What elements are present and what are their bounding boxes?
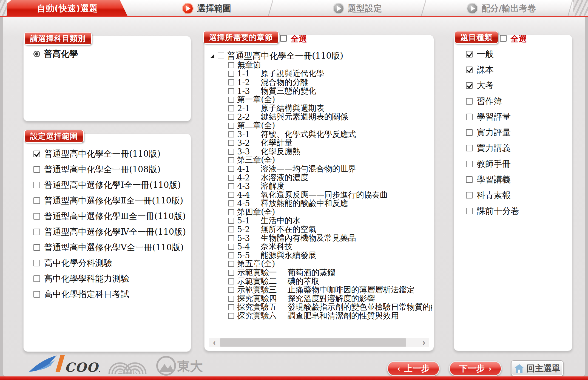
- scrollbar-thumb[interactable]: [220, 338, 406, 347]
- checkbox[interactable]: [228, 79, 234, 85]
- checkbox[interactable]: [33, 213, 40, 220]
- checkbox[interactable]: [33, 275, 40, 282]
- checkbox[interactable]: [228, 287, 234, 293]
- checkbox[interactable]: [33, 182, 40, 188]
- checkbox[interactable]: [466, 67, 473, 73]
- chapter-select-all-checkbox[interactable]: [280, 35, 287, 42]
- scope-item-row[interactable]: 普通型高中化學全一冊(108版): [24, 162, 191, 177]
- checkbox[interactable]: [466, 145, 473, 151]
- checkbox[interactable]: [228, 140, 234, 146]
- checkbox[interactable]: [228, 235, 234, 241]
- type-select-all-checkbox[interactable]: [500, 35, 507, 42]
- checkbox[interactable]: [228, 175, 234, 181]
- type-item-row[interactable]: 一般: [454, 46, 572, 62]
- checkbox[interactable]: [466, 98, 473, 105]
- chapter-item-row[interactable]: 無章節: [228, 61, 432, 70]
- scroll-left-icon[interactable]: [209, 338, 220, 347]
- checkbox[interactable]: [228, 226, 234, 232]
- type-item-row[interactable]: 教師手冊: [454, 156, 572, 172]
- scope-item-row[interactable]: 高中化學指定科目考試: [24, 286, 191, 302]
- checkbox[interactable]: [466, 51, 473, 57]
- chapter-item-row[interactable]: 1-1原子說與近代化學: [228, 70, 432, 78]
- chapter-item-row[interactable]: 4-2水溶液的濃度: [228, 173, 432, 182]
- checkbox[interactable]: [33, 166, 40, 173]
- scope-item-row[interactable]: 普通型高中選修化學Ⅱ全一冊(110版): [24, 193, 191, 208]
- chapter-item-row[interactable]: 5-1生活中的水: [228, 217, 432, 225]
- tab-select-range[interactable]: 選擇範圍: [162, 0, 252, 17]
- return-main-menu-button[interactable]: 回主選單: [511, 360, 564, 376]
- scope-item-row[interactable]: 普通型高中選修化學Ⅰ全一冊(110版): [24, 177, 191, 193]
- radio-icon[interactable]: [33, 51, 40, 57]
- chapter-tree-root[interactable]: 普通型高中化學全一冊(110版): [211, 51, 432, 61]
- checkbox[interactable]: [228, 270, 234, 276]
- checkbox[interactable]: [228, 131, 234, 137]
- scroll-right-icon[interactable]: [418, 338, 429, 347]
- checkbox[interactable]: [228, 157, 234, 163]
- checkbox[interactable]: [228, 149, 234, 155]
- checkbox[interactable]: [33, 244, 40, 251]
- checkbox[interactable]: [228, 296, 234, 302]
- scope-item-row[interactable]: 普通型高中選修化學Ⅴ全一冊(110版): [24, 240, 191, 255]
- checkbox[interactable]: [466, 208, 473, 214]
- checkbox[interactable]: [33, 260, 40, 266]
- checkbox[interactable]: [228, 304, 234, 310]
- next-step-button[interactable]: 下一步: [449, 361, 502, 376]
- type-item-row[interactable]: 課前十分卷: [454, 203, 572, 219]
- type-item-row[interactable]: 習作簿: [454, 93, 572, 109]
- type-item-row[interactable]: 實力評量: [454, 125, 572, 140]
- type-item-row[interactable]: 學習評量: [454, 109, 572, 125]
- checkbox[interactable]: [466, 82, 473, 89]
- checkbox[interactable]: [466, 114, 473, 120]
- chapter-item-row[interactable]: 第四章(全): [228, 208, 432, 217]
- checkbox[interactable]: [228, 244, 234, 250]
- type-select-all-label[interactable]: 全選: [510, 33, 527, 45]
- checkbox[interactable]: [228, 88, 234, 94]
- tab-score-output[interactable]: 配分/輸出考卷: [447, 0, 556, 17]
- checkbox[interactable]: [33, 197, 40, 204]
- chapter-item-row[interactable]: 3-2化學計量: [228, 139, 432, 147]
- chapter-item-row[interactable]: 5-3生物體內有機物及常見藥品: [228, 234, 432, 243]
- chapter-item-row[interactable]: 4-1溶液——均勻混合物的世界: [228, 165, 432, 173]
- checkbox[interactable]: [228, 114, 234, 120]
- checkbox[interactable]: [33, 291, 40, 298]
- checkbox[interactable]: [466, 161, 473, 167]
- checkbox[interactable]: [228, 97, 234, 103]
- checkbox[interactable]: [228, 278, 234, 284]
- checkbox[interactable]: [228, 200, 234, 206]
- subject-option[interactable]: 普高化學: [33, 48, 78, 60]
- chapter-select-all-label[interactable]: 全選: [291, 33, 307, 45]
- checkbox[interactable]: [228, 313, 234, 319]
- checkbox[interactable]: [228, 261, 234, 267]
- checkbox[interactable]: [228, 62, 234, 68]
- chapter-item-row[interactable]: 3-1符號、化學式與化學反應式: [228, 130, 432, 139]
- chapter-item-row[interactable]: 5-4奈米科技: [228, 242, 432, 251]
- scope-item-row[interactable]: 普通型高中選修化學Ⅲ全一冊(110版): [24, 208, 191, 224]
- scope-item-row[interactable]: 高中化學分科測驗: [24, 255, 191, 271]
- checkbox[interactable]: [228, 218, 234, 224]
- checkbox[interactable]: [33, 229, 40, 235]
- checkbox[interactable]: [466, 192, 473, 198]
- chapter-item-row[interactable]: 1-2混合物的分離: [228, 78, 432, 87]
- checkbox[interactable]: [228, 123, 234, 129]
- chapter-item-row[interactable]: 第一章(全): [228, 95, 432, 104]
- checkbox[interactable]: [228, 252, 234, 258]
- tab-auto-quick-select[interactable]: 自動(快速)選題: [7, 0, 128, 17]
- prev-step-button[interactable]: 上一步: [387, 361, 440, 376]
- checkbox[interactable]: [228, 166, 234, 172]
- tab-question-type-setting[interactable]: 題型設定: [313, 0, 403, 17]
- type-item-row[interactable]: 學習講義: [454, 172, 572, 187]
- checkbox[interactable]: [228, 71, 234, 77]
- tree-expanded-caret-icon[interactable]: [211, 54, 214, 58]
- horizontal-scrollbar[interactable]: [209, 338, 429, 347]
- scope-item-row[interactable]: 普通型高中選修化學Ⅳ全一冊(110版): [24, 224, 191, 240]
- type-item-row[interactable]: 課本: [454, 62, 572, 77]
- checkbox[interactable]: [466, 129, 473, 136]
- type-item-row[interactable]: 大考: [454, 78, 572, 93]
- checkbox[interactable]: [228, 183, 234, 189]
- checkbox[interactable]: [218, 53, 224, 59]
- type-item-row[interactable]: 實力講義: [454, 140, 572, 156]
- chapter-item-row[interactable]: 探究實驗六調查肥皂和清潔劑的性質與效用: [228, 312, 432, 320]
- checkbox[interactable]: [228, 192, 234, 198]
- type-item-row[interactable]: 科青素報: [454, 188, 572, 203]
- scope-item-row[interactable]: 普通型高中化學全一冊(110版): [24, 146, 191, 162]
